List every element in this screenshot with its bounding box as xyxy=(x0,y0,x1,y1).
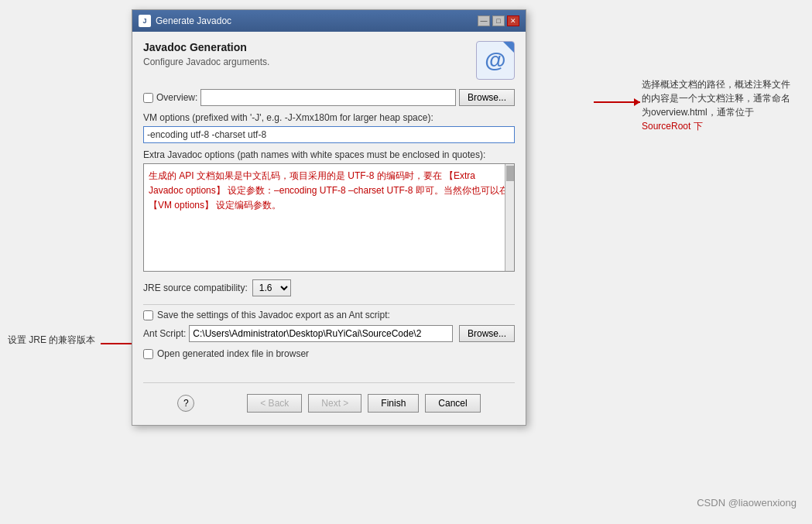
ant-script-label: Ant Script: xyxy=(143,328,186,339)
right-annotation-text: 选择概述文档的路径，概述注释文件的内容是一个大文档注释，通常命名为overvie… xyxy=(642,79,790,132)
spacer xyxy=(143,364,515,378)
vm-options-label-row: VM options (prefixed with '-J', e.g. -J-… xyxy=(143,112,515,123)
separator-2 xyxy=(143,382,515,383)
close-button[interactable]: ✕ xyxy=(507,15,519,26)
separator-1 xyxy=(143,304,515,305)
maximize-button[interactable]: □ xyxy=(492,15,505,26)
finish-button[interactable]: Finish xyxy=(368,394,419,413)
overview-label: Overview: xyxy=(156,92,197,103)
save-settings-checkbox[interactable] xyxy=(143,310,153,320)
open-browser-checkbox[interactable] xyxy=(143,349,153,359)
jre-row: JRE source compatibility: 1.11.21.31.41.… xyxy=(143,279,515,296)
javadoc-icon-corner xyxy=(503,42,514,53)
vm-options-label: VM options (prefixed with '-J', e.g. -J-… xyxy=(143,112,515,123)
cancel-button[interactable]: Cancel xyxy=(425,394,480,413)
extra-javadoc-scrollbar[interactable] xyxy=(505,164,514,271)
scrollbar-thumb xyxy=(506,166,514,181)
ant-script-input[interactable] xyxy=(189,325,453,342)
open-browser-label: Open generated index file in browser xyxy=(157,348,309,359)
overview-input[interactable] xyxy=(200,89,456,106)
left-annotation-text: 设置 JRE 的兼容版本 xyxy=(8,334,95,345)
titlebar: J Generate Javadoc — □ ✕ xyxy=(132,10,526,32)
overview-checkbox[interactable] xyxy=(143,93,153,103)
dialog-title: Javadoc Generation xyxy=(143,41,269,53)
save-settings-label: Save the settings of this Javadoc export… xyxy=(157,310,390,320)
titlebar-icon: J xyxy=(139,15,151,27)
dialog-body: Javadoc Generation Configure Javadoc arg… xyxy=(132,32,526,425)
jre-label: JRE source compatibility: xyxy=(143,283,248,293)
extra-javadoc-annotation: 生成的 API 文档如果是中文乱码，项目采用的是 UTF-8 的编码时，要在 【… xyxy=(144,164,514,218)
save-settings-row: Save the settings of this Javadoc export… xyxy=(143,310,515,320)
dialog-footer: ? < Back Next > Finish Cancel xyxy=(143,388,515,416)
extra-javadoc-container: 生成的 API 文档如果是中文乱码，项目采用的是 UTF-8 的编码时，要在 【… xyxy=(143,163,515,272)
next-button[interactable]: Next > xyxy=(308,394,361,413)
dialog-header: Javadoc Generation Configure Javadoc arg… xyxy=(143,41,515,80)
jre-select[interactable]: 1.11.21.31.41.51.61.71.8 xyxy=(252,279,291,296)
watermark: CSDN @liaowenxiong xyxy=(697,497,797,509)
vm-options-input[interactable] xyxy=(143,126,515,143)
titlebar-buttons: — □ ✕ xyxy=(478,15,519,26)
generate-javadoc-dialog: J Generate Javadoc — □ ✕ Javadoc Generat… xyxy=(132,9,526,426)
minimize-button[interactable]: — xyxy=(478,15,490,26)
right-arrow xyxy=(594,101,640,103)
ant-script-row: Ant Script: Browse... xyxy=(143,325,515,342)
dialog-header-text: Javadoc Generation Configure Javadoc arg… xyxy=(143,41,269,67)
open-browser-row: Open generated index file in browser xyxy=(143,348,515,359)
right-annotation: 选择概述文档的路径，概述注释文件的内容是一个大文档注释，通常命名为overvie… xyxy=(642,77,797,133)
left-annotation: 设置 JRE 的兼容版本 xyxy=(8,333,101,347)
overview-browse-button[interactable]: Browse... xyxy=(459,89,515,106)
overview-row: Overview: Browse... xyxy=(143,89,515,106)
ant-script-browse-button[interactable]: Browse... xyxy=(459,325,515,342)
javadoc-icon xyxy=(476,41,515,80)
extra-javadoc-label: Extra Javadoc options (path names with w… xyxy=(143,149,515,160)
titlebar-title: Generate Javadoc xyxy=(156,15,231,26)
right-annotation-red: SourceRoot 下 xyxy=(642,121,703,132)
help-button[interactable]: ? xyxy=(177,395,194,412)
titlebar-left: J Generate Javadoc xyxy=(139,15,231,27)
dialog-subtitle: Configure Javadoc arguments. xyxy=(143,57,269,67)
back-button[interactable]: < Back xyxy=(247,394,302,413)
